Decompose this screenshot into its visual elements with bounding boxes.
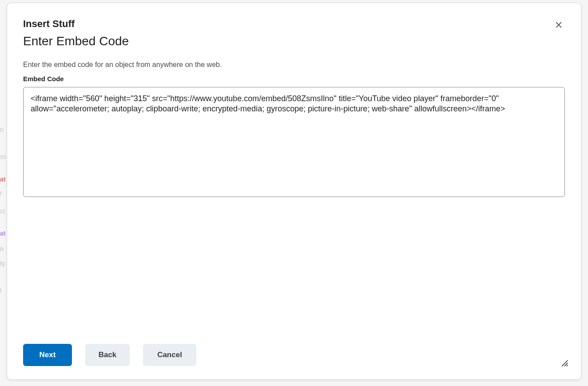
modal-body: Insert Stuff Enter Embed Code Enter the … [7,3,581,344]
embed-code-textarea[interactable] [23,87,565,197]
cancel-button[interactable]: Cancel [143,344,196,366]
bg-text: t [0,287,2,294]
bg-text: o [0,126,4,133]
bg-text: at [0,176,5,183]
bg-text: r [0,189,2,197]
resize-handle-icon [560,358,568,367]
close-icon [554,20,563,31]
close-button[interactable] [552,19,565,32]
bg-text: ss [0,153,6,160]
helper-text: Enter the embed code for an object from … [23,61,565,69]
embed-code-label: Embed Code [23,75,565,83]
section-title: Enter Embed Code [23,34,565,48]
bg-text: ig [0,260,5,267]
insert-stuff-modal: Insert Stuff Enter Embed Code Enter the … [7,3,581,380]
bg-text: a [0,245,4,252]
modal-footer: Next Back Cancel [7,344,581,379]
next-button[interactable]: Next [23,344,72,366]
bg-text: ct [0,208,5,215]
modal-title: Insert Stuff [23,18,565,30]
bg-text: at [0,230,5,237]
back-button[interactable]: Back [85,344,130,366]
